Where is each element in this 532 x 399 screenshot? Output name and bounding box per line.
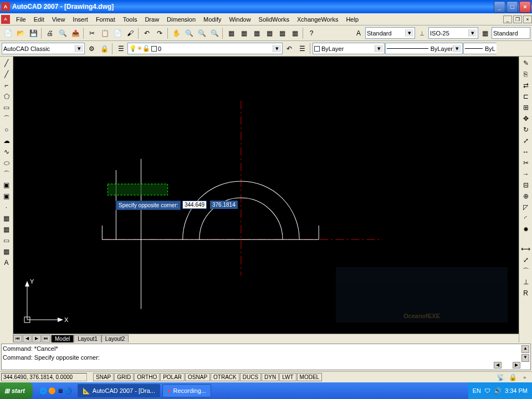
minimize-button[interactable]: _: [494, 1, 505, 13]
ellipse-icon[interactable]: ⬭: [1, 157, 12, 168]
task-recording[interactable]: ●Recording...: [162, 384, 211, 397]
ellipse-arc-icon[interactable]: ⌒: [1, 168, 12, 180]
offset-icon[interactable]: ⊏: [520, 91, 531, 102]
plot-icon[interactable]: 🖨: [44, 27, 56, 39]
menu-file[interactable]: File: [12, 14, 30, 24]
lock-icon[interactable]: 🔒: [507, 371, 519, 383]
osnap-toggle[interactable]: OSNAP: [185, 373, 210, 381]
tab-prev[interactable]: ◀: [23, 335, 32, 342]
zoom-prev-icon[interactable]: 🔍: [208, 27, 221, 39]
make-block-icon[interactable]: ▣: [1, 191, 12, 202]
stretch-icon[interactable]: ↔: [520, 146, 531, 157]
help-icon[interactable]: ?: [305, 27, 318, 39]
ortho-toggle[interactable]: ORTHO: [134, 373, 160, 381]
dim-aligned-icon[interactable]: ⤢: [520, 254, 531, 265]
zoom-win-icon[interactable]: 🔍: [196, 27, 208, 39]
arc-icon[interactable]: ⌒: [1, 113, 12, 124]
layer-combo[interactable]: 💡☀🔓 0▾: [127, 43, 283, 54]
match-icon[interactable]: 🖌: [124, 27, 136, 39]
circle-icon[interactable]: ○: [1, 124, 12, 135]
rotate-icon[interactable]: ↻: [520, 124, 531, 135]
dyn-toggle[interactable]: DYN: [262, 373, 279, 381]
doc-restore[interactable]: ❐: [513, 16, 522, 23]
tab-last[interactable]: ⏭: [42, 335, 50, 342]
preview-icon[interactable]: 🔍: [57, 27, 69, 39]
redo-icon[interactable]: ↷: [154, 27, 166, 39]
explode-icon[interactable]: ✸: [520, 224, 531, 235]
ql-app-icon[interactable]: 🔵: [64, 387, 72, 395]
pline-icon[interactable]: ⌐: [1, 80, 12, 91]
move-icon[interactable]: ✥: [520, 113, 531, 124]
revision-icon[interactable]: ☁: [1, 135, 12, 146]
tray-shield-icon[interactable]: 🛡: [484, 387, 490, 394]
dcenter-icon[interactable]: ▦: [238, 27, 250, 39]
clean-icon[interactable]: ▫: [519, 371, 531, 383]
menu-dimension[interactable]: Dimension: [163, 14, 200, 24]
toolbar-lock-icon[interactable]: 🔒: [98, 43, 110, 55]
fillet-icon[interactable]: ◜: [520, 213, 531, 224]
cmd-scroll-left[interactable]: ◀: [494, 362, 502, 369]
coord-y-input[interactable]: 376.1814: [210, 201, 238, 209]
undo-icon[interactable]: ↶: [141, 27, 153, 39]
linetype-combo[interactable]: ByLayer▾: [385, 43, 463, 54]
sheet-icon[interactable]: ▦: [263, 27, 275, 39]
color-combo[interactable]: ByLayer▾: [313, 43, 385, 54]
xline-icon[interactable]: ╱: [1, 69, 12, 80]
drawing-canvas[interactable]: Specify opposite corner: 344.649 376.181…: [13, 57, 519, 334]
layer-manager-icon[interactable]: ☰: [115, 43, 127, 55]
mtext-icon[interactable]: A: [1, 257, 12, 268]
chamfer-icon[interactable]: ◸: [520, 202, 531, 213]
cut-icon[interactable]: ✂: [86, 27, 98, 39]
open-icon[interactable]: 📂: [14, 27, 27, 39]
task-autocad[interactable]: 📐AutoCAD 2007 - [Dra...: [78, 384, 160, 397]
calc-icon[interactable]: ▦: [289, 27, 301, 39]
dim-rad-icon[interactable]: R: [520, 288, 531, 299]
menu-tools[interactable]: Tools: [119, 14, 141, 24]
lineweight-combo[interactable]: ByL: [463, 43, 497, 54]
start-button[interactable]: ⊞start: [0, 382, 33, 399]
doc-close[interactable]: ×: [523, 16, 532, 23]
dim-arc-icon[interactable]: ⌒: [520, 265, 531, 277]
maximize-button[interactable]: □: [507, 1, 518, 13]
mirror-icon[interactable]: ⇄: [520, 80, 531, 91]
system-tray[interactable]: EN 🛡 🔊 3:34 PM: [468, 382, 532, 399]
dim-style-combo[interactable]: ISO-25▾: [428, 27, 478, 39]
menu-view[interactable]: View: [48, 14, 69, 24]
rectangle-icon[interactable]: ▭: [1, 102, 12, 113]
coordinate-display[interactable]: 344.6490, 376.1814, 0.0000: [1, 373, 87, 381]
extend-icon[interactable]: →: [520, 168, 531, 180]
text-style-combo[interactable]: Standard▾: [365, 27, 415, 39]
paste-icon[interactable]: 📄: [111, 27, 124, 39]
join-icon[interactable]: ⊕: [520, 191, 531, 202]
tab-model[interactable]: Model: [51, 335, 74, 342]
tab-next[interactable]: ▶: [32, 335, 41, 342]
trim-icon[interactable]: ✂: [520, 157, 531, 168]
scale-icon[interactable]: ⤢: [520, 135, 531, 146]
menu-window[interactable]: Window: [225, 14, 254, 24]
tray-vol-icon[interactable]: 🔊: [494, 387, 502, 395]
tab-first[interactable]: ⏮: [13, 335, 22, 342]
spline-icon[interactable]: ∿: [1, 146, 12, 157]
coord-x-input[interactable]: 344.649: [182, 201, 207, 209]
tool-pal-icon[interactable]: ▦: [250, 27, 263, 39]
region-icon[interactable]: ▭: [1, 235, 12, 246]
cmd-scroll-down[interactable]: ▼: [521, 354, 529, 362]
pan-icon[interactable]: ✋: [170, 27, 182, 39]
menu-solidworks[interactable]: SolidWorks: [255, 14, 293, 24]
markup-icon[interactable]: ▦: [276, 27, 288, 39]
lwt-toggle[interactable]: LWT: [279, 373, 296, 381]
ql-ie-icon[interactable]: 🌐: [39, 387, 47, 395]
insert-icon[interactable]: ▣: [1, 180, 12, 191]
lang-indicator[interactable]: EN: [473, 387, 481, 394]
menu-draw[interactable]: Draw: [141, 14, 163, 24]
tab-layout1[interactable]: Layout1: [74, 335, 101, 342]
array-icon[interactable]: ⊞: [520, 102, 531, 113]
zoom-rt-icon[interactable]: 🔍: [183, 27, 195, 39]
erase-icon[interactable]: ✎: [520, 58, 531, 69]
textstyle-icon[interactable]: A: [352, 27, 365, 39]
line-icon[interactable]: ╱: [1, 58, 12, 69]
publish-icon[interactable]: 📤: [69, 27, 81, 39]
layer-prev-icon[interactable]: ↶: [283, 43, 295, 55]
save-icon[interactable]: 💾: [27, 27, 39, 39]
ql-desktop-icon[interactable]: 🖥: [57, 387, 63, 395]
